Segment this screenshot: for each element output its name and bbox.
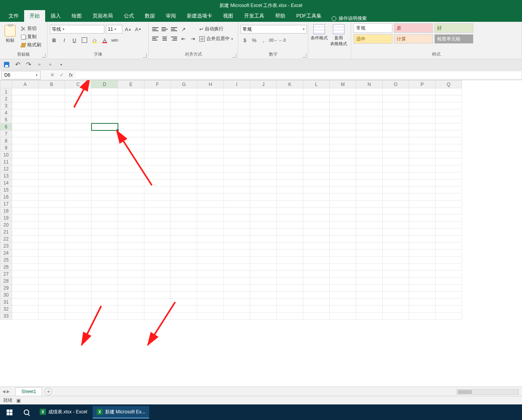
cell[interactable] <box>118 88 144 95</box>
cell[interactable] <box>224 285 250 292</box>
cell[interactable] <box>197 200 224 207</box>
select-all-corner[interactable] <box>0 81 12 88</box>
formula-input[interactable] <box>76 71 522 79</box>
cell[interactable] <box>65 313 91 320</box>
cell[interactable] <box>277 299 303 306</box>
cell[interactable] <box>436 243 462 250</box>
cell[interactable] <box>330 179 356 186</box>
cell[interactable] <box>356 109 383 116</box>
cell[interactable] <box>409 221 436 228</box>
cell[interactable] <box>91 151 118 158</box>
cell[interactable] <box>409 144 436 151</box>
cell[interactable] <box>303 158 330 165</box>
cell[interactable] <box>383 116 409 123</box>
cell[interactable] <box>144 257 171 264</box>
tab-file[interactable]: 文件 <box>3 10 24 22</box>
cell[interactable] <box>436 306 462 313</box>
cell[interactable] <box>118 228 144 235</box>
cell[interactable] <box>197 123 224 130</box>
cell-styles-gallery[interactable]: 常规 差 好 适中 计算 检查单元格 <box>353 23 478 44</box>
cell[interactable] <box>436 172 462 179</box>
cell[interactable] <box>383 235 409 243</box>
cell[interactable] <box>383 137 409 144</box>
cell[interactable] <box>144 299 171 306</box>
cell[interactable] <box>91 271 118 278</box>
cell[interactable] <box>250 151 277 158</box>
cell[interactable] <box>356 158 383 165</box>
cell[interactable] <box>330 278 356 285</box>
row-header[interactable]: 32 <box>0 306 12 313</box>
cell[interactable] <box>436 228 462 235</box>
cell[interactable] <box>118 144 144 151</box>
cell[interactable] <box>277 158 303 165</box>
cell[interactable] <box>171 123 197 130</box>
cell[interactable] <box>383 200 409 207</box>
cell[interactable] <box>118 221 144 228</box>
cell[interactable] <box>118 243 144 250</box>
merge-center-button[interactable]: 合并后居中 ▾ <box>199 35 233 42</box>
cell[interactable] <box>91 250 118 257</box>
cell[interactable] <box>144 193 171 200</box>
cell[interactable] <box>330 130 356 137</box>
column-header[interactable]: H <box>197 81 224 88</box>
cell[interactable] <box>436 158 462 165</box>
cell[interactable] <box>171 95 197 102</box>
cell[interactable] <box>436 151 462 158</box>
cell[interactable] <box>224 228 250 235</box>
cell[interactable] <box>383 292 409 299</box>
cell[interactable] <box>330 193 356 200</box>
cell[interactable] <box>250 186 277 193</box>
cell[interactable] <box>144 130 171 137</box>
column-header[interactable]: J <box>250 81 277 88</box>
cell[interactable] <box>409 165 436 172</box>
cell[interactable] <box>303 271 330 278</box>
cell[interactable] <box>250 172 277 179</box>
cell[interactable] <box>250 137 277 144</box>
cell[interactable] <box>39 88 65 95</box>
cell[interactable] <box>118 207 144 214</box>
cell[interactable] <box>436 214 462 221</box>
cell[interactable] <box>436 102 462 109</box>
cell[interactable] <box>436 179 462 186</box>
number-format-combo[interactable]: 常规▾ <box>241 25 307 33</box>
cell[interactable] <box>250 102 277 109</box>
cell[interactable] <box>330 250 356 257</box>
accounting-format-button[interactable]: $ <box>241 36 249 44</box>
row-header[interactable]: 6 <box>0 123 12 130</box>
cell[interactable] <box>12 200 39 207</box>
cell[interactable] <box>65 116 91 123</box>
cell[interactable] <box>277 137 303 144</box>
cell[interactable] <box>65 285 91 292</box>
cell[interactable] <box>277 102 303 109</box>
cell[interactable] <box>197 250 224 257</box>
cell[interactable] <box>409 278 436 285</box>
decrease-font-button[interactable]: A▼ <box>134 25 142 33</box>
cell[interactable] <box>91 214 118 221</box>
cell[interactable] <box>118 235 144 243</box>
cell[interactable] <box>197 292 224 299</box>
cell[interactable] <box>171 109 197 116</box>
cell[interactable] <box>277 313 303 320</box>
tab-page-layout[interactable]: 页面布局 <box>87 10 118 22</box>
row-header[interactable]: 26 <box>0 264 12 271</box>
cell[interactable] <box>65 186 91 193</box>
row-header[interactable]: 20 <box>0 221 12 228</box>
cell[interactable] <box>197 221 224 228</box>
cell[interactable] <box>277 207 303 214</box>
cell[interactable] <box>197 172 224 179</box>
cell[interactable] <box>224 257 250 264</box>
cell[interactable] <box>303 306 330 313</box>
cell[interactable] <box>91 257 118 264</box>
cell[interactable] <box>409 123 436 130</box>
cell[interactable] <box>144 306 171 313</box>
column-header[interactable]: I <box>224 81 250 88</box>
cell[interactable] <box>118 172 144 179</box>
cell[interactable] <box>65 257 91 264</box>
row-header[interactable]: 16 <box>0 193 12 200</box>
cell[interactable] <box>12 285 39 292</box>
cell[interactable] <box>91 285 118 292</box>
cell[interactable] <box>65 214 91 221</box>
row-header[interactable]: 5 <box>0 116 12 123</box>
tab-view[interactable]: 视图 <box>218 10 239 22</box>
cell[interactable] <box>303 207 330 214</box>
